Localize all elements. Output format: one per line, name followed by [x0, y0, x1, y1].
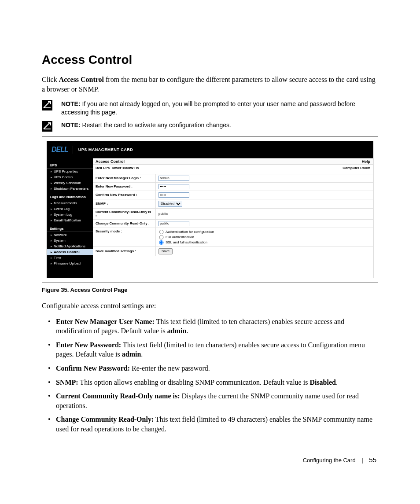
label-snmp: SNMP : [93, 199, 156, 208]
form-table: Enter New Manager Login : Enter New Pass… [93, 174, 373, 256]
sidebar-item-system[interactable]: System [47, 238, 93, 243]
sidebar-item-firmware-upload[interactable]: Firmware Upload [47, 261, 93, 266]
label-current-community: Current Community Read-Only is : [93, 208, 156, 219]
sidebar-item-notified-applications[interactable]: Notified Applications [47, 243, 93, 249]
content-area: Access Control Help Dell UPS Tower 1000W… [93, 158, 373, 278]
note-icon [42, 121, 52, 132]
note-2: NOTE: Restart the card to activate any c… [42, 121, 378, 132]
sidebar-item-measurements[interactable]: Measurements [47, 200, 93, 206]
note-icon [42, 100, 52, 110]
note-1-body: If you are not already logged on, you wi… [61, 100, 355, 116]
bullet-list: Enter New Manager User Name: This text f… [42, 317, 378, 434]
label-change-community: Change Community Read-Only : [93, 219, 156, 228]
sidebar-section-logs: Logs and Notification [47, 193, 93, 200]
shot-header: DELL UPS MANAGEMENT CARD [47, 141, 373, 158]
select-snmp[interactable]: Disabled [158, 201, 182, 207]
sidebar-item-weekly-schedule[interactable]: Weekly Schedule [47, 180, 93, 186]
label-manager-login: Enter New Manager Login : [93, 174, 156, 183]
note-1-label: NOTE: [61, 100, 81, 107]
help-link[interactable]: Help [361, 159, 370, 164]
label-security-mode: Security mode : [93, 228, 156, 246]
input-confirm-password[interactable] [158, 192, 189, 198]
intro-bold: Access Control [59, 76, 104, 83]
footer-page-number: 55 [369, 456, 376, 464]
figure-frame: DELL UPS MANAGEMENT CARD UPS UPS Propert… [42, 136, 378, 283]
sidebar-section-ups: UPS [47, 162, 93, 169]
input-manager-login[interactable] [158, 176, 189, 181]
device-name: Dell UPS Tower 1000W HV [96, 166, 139, 170]
bullet-confirm-password: Confirm New Password: Re-enter the new p… [56, 364, 378, 373]
intro-pre: Click [42, 76, 59, 83]
sidebar-item-ups-control[interactable]: UPS Control [47, 174, 93, 180]
sidebar-item-ups-properties[interactable]: UPS Properties [47, 169, 93, 174]
note-1-text: NOTE: If you are not already logged on, … [61, 100, 378, 117]
input-new-password[interactable] [158, 184, 189, 189]
device-location: Computer Room [343, 166, 370, 170]
note-1: NOTE: If you are not already logged on, … [42, 100, 378, 117]
value-current-community: public [156, 208, 373, 219]
note-2-body: Restart the card to activate any configu… [81, 121, 231, 129]
note-2-text: NOTE: Restart the card to activate any c… [61, 121, 231, 129]
bullet-change-community: Change Community Read-Only: This text fi… [56, 415, 378, 434]
label-new-password: Enter New Password : [93, 182, 156, 191]
note-2-label: NOTE: [61, 121, 81, 129]
radio-auth-config[interactable]: Authentication for configuration [158, 229, 370, 235]
shot-header-title: UPS MANAGEMENT CARD [78, 147, 133, 152]
radio-full-auth[interactable]: Full authentication [158, 235, 370, 240]
bullet-new-password: Enter New Password: This text field (lim… [56, 340, 378, 359]
radio-ssl-full-auth[interactable]: SSL and full authentication [158, 240, 370, 245]
sidebar-item-event-log[interactable]: Event Log [47, 206, 93, 212]
page-heading: Access Control [42, 53, 378, 67]
sidebar-item-network[interactable]: Network [47, 232, 93, 238]
label-confirm-password: Confirm New Password : [93, 191, 156, 199]
sidebar: UPS UPS Properties UPS Control Weekly Sc… [47, 158, 93, 278]
bullet-snmp: SNMP: This option allows enabling or dis… [56, 378, 378, 387]
sidebar-item-access-control[interactable]: Access Control [47, 249, 93, 255]
bullet-manager-user-name: Enter New Manager User Name: This text f… [56, 317, 378, 336]
intro-paragraph: Click Access Control from the menu bar t… [42, 75, 378, 94]
sidebar-item-system-log[interactable]: System Log [47, 212, 93, 217]
lead-2: Configurable access control settings are… [42, 301, 378, 311]
sidebar-item-email-notification[interactable]: Email Notification [47, 217, 93, 223]
sidebar-item-time[interactable]: Time [47, 255, 93, 261]
dell-logo: DELL [52, 146, 73, 154]
bullet-current-community: Current Community Read-Only name is: Dis… [56, 391, 378, 410]
screenshot: DELL UPS MANAGEMENT CARD UPS UPS Propert… [47, 141, 373, 278]
sidebar-item-shutdown-parameters[interactable]: Shutdown Parameters [47, 186, 93, 191]
input-change-community[interactable] [158, 221, 189, 226]
sidebar-section-settings: Settings [47, 225, 93, 232]
footer-divider: | [361, 457, 363, 464]
label-save-settings: Save modified settings : [93, 246, 156, 256]
figure-caption: Figure 35. Access Control Page [42, 287, 378, 293]
footer-section: Configuring the Card [303, 457, 356, 464]
save-button[interactable]: Save [158, 248, 173, 254]
content-title: Access Control [96, 159, 125, 164]
page-footer: Configuring the Card | 55 [42, 456, 378, 464]
